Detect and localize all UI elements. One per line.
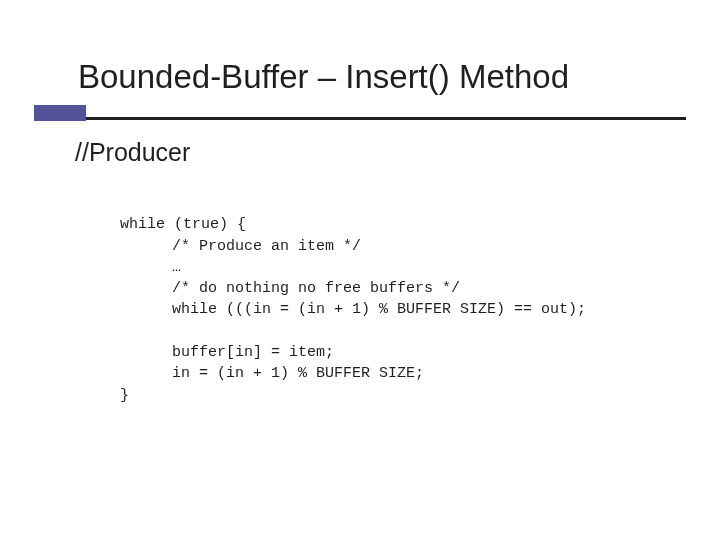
code-block: while (true) { /* Produce an item */ … /…	[120, 193, 586, 427]
code-line	[120, 323, 172, 340]
title-accent-box	[34, 105, 86, 121]
code-line: while (((in = (in + 1) % BUFFER SIZE) ==…	[120, 301, 586, 318]
code-line: while (true) {	[120, 216, 246, 233]
slide: Bounded-Buffer – Insert() Method //Produ…	[0, 0, 720, 540]
code-line: buffer[in] = item;	[120, 344, 334, 361]
code-line: }	[120, 387, 129, 404]
title-underline	[86, 117, 686, 120]
code-line: …	[120, 259, 181, 276]
code-line: in = (in + 1) % BUFFER SIZE;	[120, 365, 424, 382]
title-area: Bounded-Buffer – Insert() Method	[0, 58, 720, 96]
slide-title: Bounded-Buffer – Insert() Method	[78, 58, 720, 96]
code-line: /* do nothing no free buffers */	[120, 280, 460, 297]
code-line: /* Produce an item */	[120, 238, 361, 255]
subtitle: //Producer	[75, 138, 190, 167]
